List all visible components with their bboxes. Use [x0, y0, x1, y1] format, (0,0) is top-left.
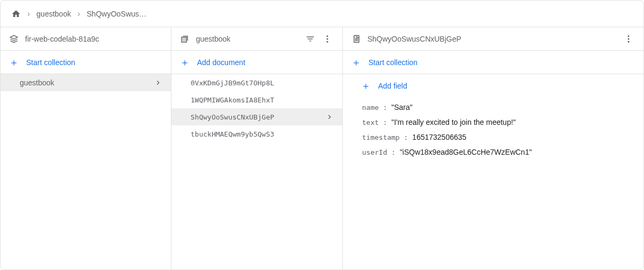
- start-collection-label: Start collection: [26, 58, 75, 67]
- start-subcollection-label: Start collection: [368, 58, 418, 67]
- document-fields: name : "Sara" text : "I'm really excited…: [343, 98, 643, 160]
- document-id: 0VxKDmGjJB9mGt7OHp8L: [191, 79, 334, 87]
- svg-point-2: [327, 41, 328, 42]
- start-subcollection-button[interactable]: ＋ Start collection: [343, 51, 643, 74]
- document-icon: [351, 34, 361, 44]
- collection-icon: [180, 34, 190, 44]
- field-key: name :: [362, 104, 387, 112]
- collection-name: guestbook: [20, 78, 150, 87]
- home-icon[interactable]: [11, 9, 21, 19]
- chevron-right-icon: [325, 113, 334, 121]
- pane-root-header: fir-web-codelab-81a9c: [1, 27, 171, 51]
- database-icon: [9, 34, 19, 44]
- documents-list: 0VxKDmGjJB9mGt7OHp8L 1WQPMIWGAkomsIA8Ehx…: [171, 74, 342, 269]
- add-document-button[interactable]: ＋ Add document: [171, 51, 342, 74]
- field-value: 1651732506635: [412, 133, 466, 141]
- document-item[interactable]: 0VxKDmGjJB9mGt7OHp8L: [171, 74, 342, 91]
- document-id: ShQwyOoSwusCNxUBjGeP: [191, 113, 321, 121]
- add-document-label: Add document: [197, 58, 245, 67]
- field-key: timestamp :: [362, 133, 408, 141]
- pane-document-header: ShQwyOoSwusCNxUBjGeP: [343, 27, 643, 51]
- add-field-label: Add field: [378, 82, 407, 90]
- field-value: "iSQw18x9ead8GeL6CcHe7WzEwCn1": [400, 148, 532, 156]
- breadcrumb: › guestbook › ShQwyOoSwus…: [1, 1, 643, 27]
- breadcrumb-separator: ›: [27, 9, 30, 19]
- field-value: "Sara": [391, 103, 413, 112]
- overflow-menu-icon[interactable]: [622, 33, 635, 45]
- field-key: text :: [362, 118, 387, 126]
- breadcrumb-document[interactable]: ShQwyOoSwus…: [87, 10, 146, 18]
- field-key: userId :: [362, 148, 396, 156]
- field-row[interactable]: userId : "iSQw18x9ead8GeL6CcHe7WzEwCn1": [343, 145, 643, 160]
- root-title: fir-web-codelab-81a9c: [25, 35, 162, 43]
- collections-list: guestbook: [1, 74, 171, 269]
- collection-title: guestbook: [196, 35, 297, 43]
- document-id: 1WQPMIWGAkomsIA8EhxT: [191, 96, 334, 104]
- pane-root: fir-web-codelab-81a9c ＋ Start collection…: [1, 27, 171, 269]
- overflow-menu-icon[interactable]: [321, 33, 334, 45]
- field-value: "I'm really excited to join the meetup!": [391, 118, 516, 126]
- document-item[interactable]: 1WQPMIWGAkomsIA8EhxT: [171, 91, 342, 108]
- chevron-right-icon: [154, 78, 162, 87]
- firestore-data-viewer: › guestbook › ShQwyOoSwus… fir-web-codel…: [0, 0, 644, 270]
- pane-collection-header: guestbook: [171, 27, 342, 51]
- field-row[interactable]: name : "Sara": [343, 100, 643, 115]
- filter-icon[interactable]: [304, 33, 317, 45]
- document-id: tbuckHMAEQwm9yb5QwS3: [191, 130, 334, 138]
- document-item[interactable]: ShQwyOoSwusCNxUBjGeP: [171, 108, 342, 125]
- breadcrumb-separator: ›: [77, 9, 80, 19]
- start-collection-button[interactable]: ＋ Start collection: [1, 51, 171, 74]
- svg-point-7: [628, 38, 630, 39]
- field-row[interactable]: timestamp : 1651732506635: [343, 130, 643, 145]
- collection-item-guestbook[interactable]: guestbook: [1, 74, 171, 91]
- pane-collection: guestbook ＋ Add document 0VxKDmGjJB9mGt7…: [171, 27, 343, 269]
- svg-point-1: [327, 38, 328, 39]
- document-title: ShQwyOoSwusCNxUBjGeP: [367, 35, 616, 43]
- svg-point-6: [628, 35, 630, 37]
- document-item[interactable]: tbuckHMAEQwm9yb5QwS3: [171, 125, 342, 142]
- svg-point-8: [628, 41, 630, 42]
- svg-point-0: [327, 35, 328, 37]
- panes: fir-web-codelab-81a9c ＋ Start collection…: [1, 27, 643, 269]
- field-row[interactable]: text : "I'm really excited to join the m…: [343, 115, 643, 130]
- add-field-button[interactable]: ＋ Add field: [343, 74, 643, 98]
- breadcrumb-collection[interactable]: guestbook: [36, 10, 71, 18]
- pane-document: ShQwyOoSwusCNxUBjGeP ＋ Start collection …: [343, 27, 643, 269]
